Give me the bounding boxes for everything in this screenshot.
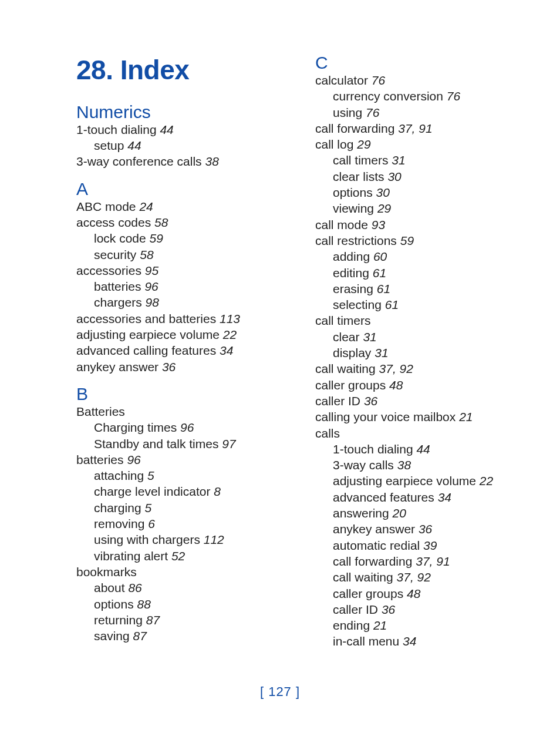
entry-page-ref: 37, 91: [398, 122, 432, 135]
index-entry: caller ID 36: [315, 601, 531, 617]
entry-text: charging: [94, 501, 141, 515]
entry-text: call waiting: [333, 570, 393, 584]
section-letter: A: [76, 179, 292, 199]
index-entry: selecting 61: [315, 297, 531, 312]
entry-page-ref: 96: [180, 421, 194, 434]
entry-page-ref: 95: [145, 264, 158, 277]
entry-text: ABC mode: [76, 200, 136, 213]
entry-page-ref: 38: [397, 458, 411, 472]
entry-page-ref: 88: [137, 597, 151, 611]
entry-page-ref: 8: [214, 485, 221, 498]
entry-text: access codes: [76, 216, 151, 229]
index-entry: advanced calling features 34: [76, 342, 292, 358]
entry-page-ref: 96: [144, 280, 158, 293]
entry-text: caller ID: [333, 603, 378, 616]
index-entry: call waiting 37, 92: [315, 361, 531, 376]
entry-page-ref: 96: [127, 453, 140, 466]
index-entry: calls: [315, 425, 531, 441]
entry-page-ref: 36: [382, 603, 395, 616]
entry-page-ref: 44: [416, 442, 430, 456]
index-entry: call forwarding 37, 91: [315, 553, 531, 569]
entry-page-ref: 20: [393, 506, 406, 520]
entry-page-ref: 52: [171, 549, 185, 563]
index-entry: clear 31: [315, 329, 531, 345]
entry-page-ref: 60: [373, 250, 387, 263]
entry-text: call timers: [315, 314, 371, 327]
entry-page-ref: 59: [150, 231, 163, 245]
entry-text: calls: [315, 426, 340, 440]
entry-text: options: [94, 597, 134, 611]
entry-text: lock code: [94, 231, 146, 245]
entry-text: erasing: [333, 282, 373, 295]
entry-text: advanced features: [333, 490, 434, 504]
index-entry: charge level indicator 8: [76, 483, 292, 499]
index-entry: ABC mode 24: [76, 199, 292, 214]
page: 28. Index Numerics1-touch dialing 44setu…: [0, 0, 560, 652]
index-entry: anykey answer 36: [76, 359, 292, 375]
section-entries: BatteriesCharging times 96Standby and ta…: [76, 404, 292, 644]
entry-text: using: [333, 106, 362, 119]
index-entry: call timers: [315, 312, 531, 328]
index-entry: call log 29: [315, 136, 531, 152]
entry-text: selecting: [333, 298, 382, 311]
entry-text: anykey answer: [333, 522, 415, 536]
index-entry: lock code 59: [76, 230, 292, 246]
entry-text: 1-touch dialing: [76, 123, 157, 136]
index-entry: options 88: [76, 596, 292, 612]
entry-text: call forwarding: [315, 122, 394, 135]
index-entry: accessories and batteries 113: [76, 311, 292, 327]
index-entry: Batteries: [76, 404, 292, 419]
chapter-title: 28. Index: [76, 53, 292, 88]
entry-text: accessories and batteries: [76, 312, 216, 325]
index-entry: caller ID 36: [315, 393, 531, 409]
index-entry: batteries 96: [76, 278, 292, 294]
index-entry: removing 6: [76, 516, 292, 532]
entry-text: call restrictions: [315, 234, 397, 247]
entry-page-ref: 98: [146, 295, 159, 309]
index-entry: options 30: [315, 184, 531, 200]
entry-page-ref: 37, 91: [416, 554, 450, 568]
entry-text: advanced calling features: [76, 344, 216, 357]
entry-page-ref: 21: [459, 410, 473, 423]
index-entry: editing 61: [315, 265, 531, 281]
entry-page-ref: 93: [372, 218, 385, 231]
entry-text: viewing: [333, 201, 374, 215]
entry-page-ref: 22: [223, 328, 237, 341]
entry-page-ref: 86: [128, 581, 141, 594]
index-entry: call mode 93: [315, 217, 531, 233]
entry-text: editing: [333, 266, 369, 280]
entry-page-ref: 59: [400, 234, 414, 247]
entry-text: Charging times: [94, 421, 177, 434]
entry-page-ref: 61: [373, 266, 386, 280]
entry-text: removing: [94, 517, 144, 530]
index-entry: call forwarding 37, 91: [315, 120, 531, 136]
entry-page-ref: 61: [377, 282, 390, 295]
index-entry: using 76: [315, 105, 531, 120]
index-entry: ending 21: [315, 617, 531, 633]
entry-text: automatic redial: [333, 539, 420, 552]
entry-text: call forwarding: [333, 554, 412, 568]
entry-text: answering: [333, 506, 389, 520]
entry-page-ref: 34: [403, 634, 416, 648]
index-entry: in-call menu 34: [315, 633, 531, 649]
entry-page-ref: 48: [389, 378, 403, 392]
entry-page-ref: 36: [162, 360, 176, 374]
index-entry: answering 20: [315, 505, 531, 521]
entry-page-ref: 34: [438, 490, 451, 504]
index-sections: Numerics1-touch dialing 44setup 443-way …: [76, 53, 560, 652]
entry-text: currency conversion: [333, 89, 443, 103]
index-entry: caller groups 48: [315, 377, 531, 393]
entry-text: clear: [333, 330, 360, 344]
entry-page-ref: 31: [392, 153, 405, 167]
index-entry: clear lists 30: [315, 169, 531, 184]
index-entry: currency conversion 76: [315, 88, 531, 104]
index-entry: setup 44: [76, 137, 292, 153]
index-entry: charging 5: [76, 500, 292, 516]
index-entry: adding 60: [315, 248, 531, 264]
entry-text: chargers: [94, 295, 142, 309]
entry-text: security: [94, 248, 136, 261]
index-entry: chargers 98: [76, 294, 292, 310]
entry-page-ref: 30: [387, 170, 401, 183]
entry-page-ref: 112: [204, 533, 224, 546]
index-entry: about 86: [76, 580, 292, 596]
